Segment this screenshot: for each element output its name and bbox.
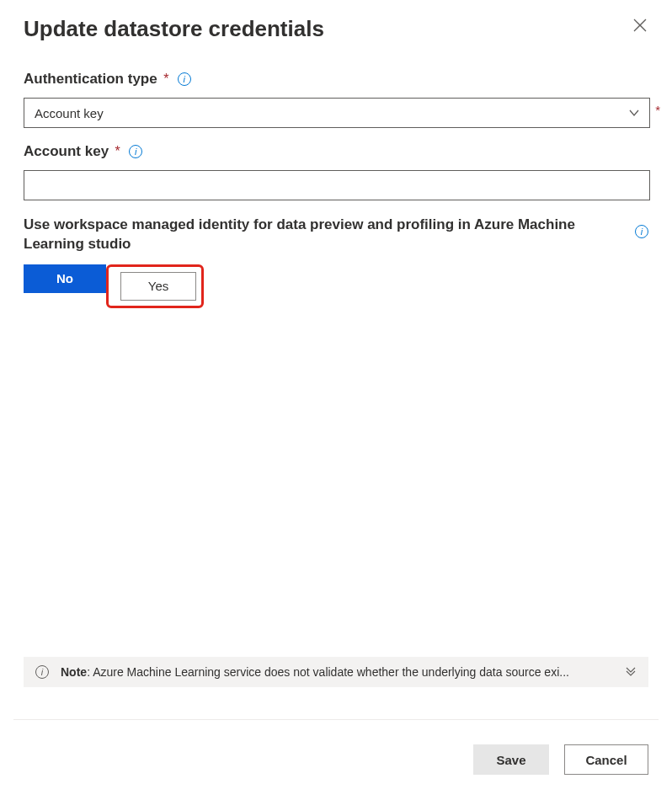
managed-identity-no-button[interactable]: No (24, 264, 106, 293)
footer-separator (13, 719, 659, 720)
close-icon (633, 19, 647, 32)
auth-type-value: Account key (35, 106, 104, 120)
panel-title: Update datastore credentials (24, 16, 648, 42)
save-button[interactable]: Save (473, 744, 549, 775)
info-icon[interactable]: i (635, 225, 648, 238)
note-banner: i Note: Azure Machine Learning service d… (24, 657, 648, 687)
account-key-input[interactable] (24, 170, 650, 200)
managed-identity-label: Use workspace managed identity for data … (24, 216, 596, 254)
chevron-down-icon (629, 106, 639, 120)
required-asterisk: * (163, 72, 168, 86)
close-button[interactable] (633, 19, 650, 35)
note-expand-button[interactable] (625, 665, 637, 680)
note-text: Note: Azure Machine Learning service doe… (61, 665, 613, 679)
auth-type-select[interactable]: Account key (24, 98, 650, 128)
auth-type-label: Authentication type (24, 71, 157, 87)
cancel-button[interactable]: Cancel (564, 744, 648, 775)
highlight-annotation: Yes (106, 264, 204, 308)
required-asterisk: * (115, 144, 120, 158)
info-icon[interactable]: i (178, 72, 191, 86)
info-icon: i (35, 665, 49, 679)
managed-identity-yes-button[interactable]: Yes (120, 272, 196, 301)
info-icon[interactable]: i (129, 145, 142, 158)
required-asterisk-right: * (655, 103, 660, 117)
account-key-label: Account key (24, 143, 109, 159)
